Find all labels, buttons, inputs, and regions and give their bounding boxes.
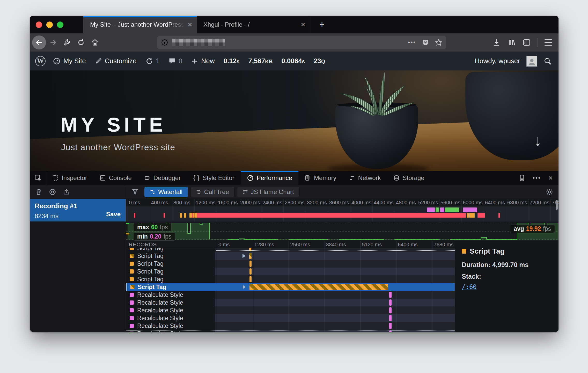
devtools-meatball-menu-icon[interactable]: ••• bbox=[533, 175, 541, 181]
updates-count: 1 bbox=[156, 57, 160, 65]
record-label: Script Tag bbox=[138, 284, 166, 291]
view-tab-call-tree[interactable]: Call Tree bbox=[190, 187, 234, 197]
waterfall-row-recalculate-style[interactable]: Recalculate Style bbox=[126, 306, 455, 314]
waterfall-row-script-tag[interactable]: Script Tag bbox=[126, 260, 455, 268]
waterfall-row-script-tag[interactable]: Script Tag bbox=[126, 252, 455, 260]
element-picker-button[interactable] bbox=[30, 171, 46, 185]
url-bar[interactable]: ••• bbox=[157, 36, 446, 49]
overview-marker-segment bbox=[189, 213, 192, 218]
waterfall-row-script-tag[interactable]: Script Tag bbox=[126, 268, 455, 275]
traffic-lights bbox=[36, 21, 63, 28]
devtools-tab-network[interactable]: Network bbox=[343, 171, 387, 185]
recording-item[interactable]: Recording #1 8234 ms Save bbox=[30, 199, 126, 221]
back-button[interactable] bbox=[32, 35, 46, 49]
import-recording-icon[interactable] bbox=[63, 188, 70, 195]
search-icon[interactable] bbox=[543, 57, 552, 65]
record-track-cell bbox=[215, 260, 455, 268]
overview-marker-segment bbox=[436, 207, 439, 212]
record-label-cell: Recalculate Style bbox=[126, 322, 215, 330]
devtools-tab-storage[interactable]: Storage bbox=[387, 171, 431, 185]
wp-logo[interactable]: W bbox=[35, 56, 46, 66]
waterfall-row-recalculate-style[interactable]: Recalculate Style bbox=[126, 299, 455, 306]
recalculate-style-marker-icon bbox=[130, 300, 134, 305]
forward-button[interactable] bbox=[46, 35, 60, 49]
expand-arrow-icon[interactable] bbox=[243, 285, 246, 289]
close-window-button[interactable] bbox=[36, 21, 42, 28]
record-label-cell: Script Tag bbox=[126, 283, 215, 291]
record-label: Script Tag bbox=[137, 268, 164, 275]
framerate-overview[interactable]: max 60 fps min 0.20 fps avg 19.92 fps bbox=[126, 221, 558, 241]
overview-ruler-tick: 5200 ms bbox=[417, 200, 438, 206]
filter-icon[interactable] bbox=[131, 188, 139, 196]
library-icon[interactable] bbox=[508, 38, 516, 47]
devtools-tab-style-editor[interactable]: { } Style Editor bbox=[187, 171, 240, 185]
marker-color-swatch bbox=[462, 249, 466, 254]
record-performance-icon[interactable] bbox=[49, 188, 56, 196]
record-label-cell: Recalculate Style bbox=[126, 314, 215, 322]
tab-close-icon[interactable]: × bbox=[301, 21, 305, 28]
view-tab-js-flame-chart[interactable]: JS Flame Chart bbox=[237, 187, 299, 197]
waterfall-row-recalculate-style[interactable]: Recalculate Style bbox=[126, 322, 455, 330]
waterfall-row-script-tag[interactable]: Script Tag bbox=[126, 248, 455, 252]
overview-scrollbar-thumb[interactable] bbox=[556, 200, 558, 210]
devtools-tab-inspector[interactable]: Inspector bbox=[46, 171, 93, 185]
browser-window: My Site – Just another WordPress si × Xh… bbox=[30, 16, 558, 332]
menu-button[interactable] bbox=[545, 39, 552, 46]
overview-tracks[interactable] bbox=[126, 207, 558, 221]
script-tag-marker-icon bbox=[130, 254, 134, 258]
download-icon[interactable] bbox=[493, 38, 501, 47]
record-label-cell: Script Tag bbox=[126, 248, 215, 252]
tab-close-icon[interactable]: × bbox=[188, 21, 192, 28]
new-tab-button[interactable]: + bbox=[316, 19, 328, 30]
stack-frame-link[interactable]: /:60 bbox=[462, 283, 477, 291]
zoom-window-button[interactable] bbox=[57, 21, 63, 28]
pocket-icon[interactable] bbox=[422, 39, 429, 46]
adminbar-customize[interactable]: Customize bbox=[95, 57, 137, 65]
recalculate-style-marker-icon bbox=[130, 316, 134, 320]
waterfall-row-script-tag[interactable]: Script Tag bbox=[126, 275, 455, 283]
adminbar-new[interactable]: New bbox=[191, 57, 215, 65]
bookmark-star-icon[interactable] bbox=[435, 39, 443, 46]
waterfall-row-recalculate-style[interactable]: Recalculate Style bbox=[126, 291, 455, 299]
devtools-tab-performance[interactable]: Performance bbox=[241, 171, 298, 185]
tab-xhgui[interactable]: Xhgui - Profile - / × bbox=[197, 16, 310, 33]
waterfall-icon bbox=[150, 189, 156, 195]
devtools-close-icon[interactable]: × bbox=[548, 174, 553, 182]
wrench-icon[interactable] bbox=[60, 35, 74, 49]
minimize-window-button[interactable] bbox=[46, 21, 53, 28]
adminbar-comments[interactable]: 0 bbox=[168, 57, 182, 65]
adminbar-updates[interactable]: 1 bbox=[145, 57, 160, 65]
avatar[interactable] bbox=[526, 56, 537, 67]
devtools-tab-debugger[interactable]: Debugger bbox=[138, 171, 187, 185]
customize-label: Customize bbox=[105, 57, 137, 65]
view-tab-waterfall[interactable]: Waterfall bbox=[144, 187, 188, 197]
clear-recordings-trash-icon[interactable] bbox=[35, 188, 42, 195]
devtools-tab-memory[interactable]: Memory bbox=[298, 171, 343, 185]
howdy-greeting[interactable]: Howdy, wpuser bbox=[475, 57, 520, 65]
page-actions-icon[interactable]: ••• bbox=[408, 39, 416, 46]
overview-marker-segment bbox=[180, 213, 182, 218]
waterfall-bar bbox=[389, 292, 392, 298]
devtools-tab-console[interactable]: Console bbox=[93, 171, 138, 185]
inspector-icon bbox=[52, 175, 58, 181]
toolbar-separator bbox=[538, 38, 538, 47]
expand-arrow-icon[interactable] bbox=[242, 254, 246, 258]
waterfall-row-script-tag[interactable]: Script Tag bbox=[126, 283, 455, 291]
adminbar-site[interactable]: My Site bbox=[53, 57, 86, 65]
dock-side-icon[interactable] bbox=[519, 175, 525, 181]
fps-max-badge: max 60 fps bbox=[133, 223, 172, 231]
scroll-down-arrow[interactable]: ↓ bbox=[534, 132, 542, 149]
site-name: My Site bbox=[63, 57, 86, 65]
overview-ruler-tick: 0 ms bbox=[128, 200, 140, 206]
site-info-icon[interactable] bbox=[161, 39, 168, 46]
recording-save-link[interactable]: Save bbox=[106, 211, 121, 218]
marker-stack-label: Stack: bbox=[462, 273, 558, 280]
tab-my-site[interactable]: My Site – Just another WordPress si × bbox=[83, 16, 197, 33]
reload-button[interactable] bbox=[74, 35, 88, 49]
settings-gear-icon[interactable] bbox=[546, 188, 553, 196]
sidebar-toggle-icon[interactable] bbox=[523, 38, 531, 47]
waterfall-row-recalculate-style[interactable]: Recalculate Style bbox=[126, 314, 455, 322]
waterfall-bar bbox=[389, 299, 392, 306]
home-button[interactable] bbox=[88, 35, 102, 49]
records-ruler-tick: 5120 ms bbox=[360, 242, 382, 248]
